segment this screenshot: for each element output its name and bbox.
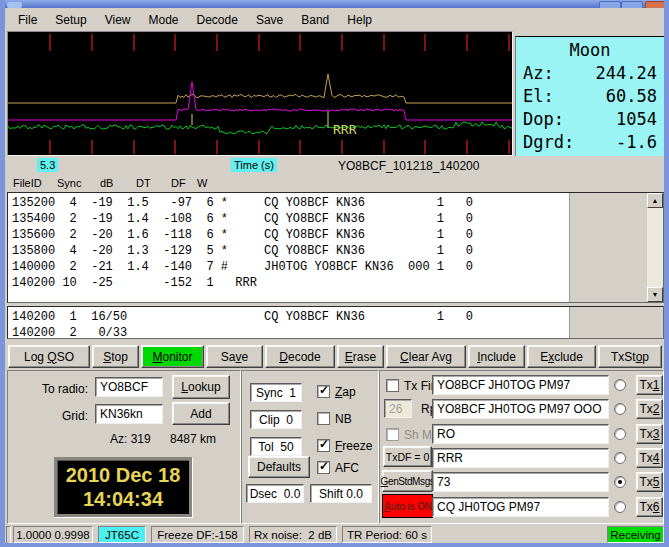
- txstop-button[interactable]: TxStop: [598, 345, 662, 368]
- avg-line: 140200 2 0/33: [12, 325, 569, 338]
- tx6-message-input[interactable]: CQ JH0TOG PM97: [432, 497, 609, 517]
- tx3-message-input[interactable]: RO: [432, 424, 609, 444]
- tx1-message-input[interactable]: YO8BCF JH0TOG PM97: [432, 375, 609, 395]
- zap-label[interactable]: Zap: [335, 385, 356, 399]
- col-db: dB: [100, 177, 113, 189]
- moon-az-value: 244.24: [596, 62, 657, 85]
- tx5-button[interactable]: Tx5: [636, 472, 663, 492]
- menu-decode[interactable]: Decode: [188, 10, 247, 30]
- window-border-right: [664, 0, 669, 547]
- col-w: W: [197, 177, 207, 189]
- mode-status[interactable]: JT65C: [98, 526, 146, 543]
- sh-msg-checkbox: [386, 428, 399, 441]
- menu-view[interactable]: View: [96, 10, 140, 30]
- avg-filler: [570, 307, 663, 338]
- status-bar: 1.0000 0.9998 JT65C Freeze DF:-158 Rx no…: [5, 524, 664, 543]
- moon-dop-value: 1054: [616, 108, 657, 131]
- moon-panel: Moon Az:244.24 El:60.58 Dop:1054 Dgrd:-1…: [515, 36, 664, 156]
- decode-scrollbar[interactable]: ▲ ▼: [647, 193, 663, 302]
- scroll-up-icon[interactable]: ▲: [647, 193, 663, 208]
- clear-avg-button[interactable]: Clear Avg: [386, 345, 466, 368]
- spectrum-svg: RRR: [8, 32, 512, 155]
- afc-label[interactable]: AFC: [335, 461, 359, 475]
- tx3-radio[interactable]: [614, 428, 626, 440]
- freeze-df-status: Freeze DF:-158: [151, 526, 244, 543]
- txdf-button[interactable]: TxDF = 0: [383, 446, 432, 467]
- utc-clock: 2010 Dec 18 14:04:34: [54, 457, 192, 517]
- stop-button[interactable]: Stop: [92, 345, 139, 368]
- log-qso-button[interactable]: Log QSO: [8, 345, 90, 368]
- grid-label: Grid:: [30, 409, 88, 423]
- avg-text: 140200 1 16/50 CQ YO8BCF KN36 1 0 140200…: [8, 307, 570, 338]
- decode-button[interactable]: Decode: [265, 345, 335, 368]
- tx5-radio[interactable]: [614, 476, 626, 488]
- moon-dgrd-label: Dgrd:: [523, 131, 574, 154]
- freeze-label[interactable]: Freeze: [335, 439, 372, 453]
- tol-field[interactable]: Tol 50: [250, 437, 302, 456]
- title-bar[interactable]: [0, 0, 669, 8]
- add-button[interactable]: Add: [172, 402, 230, 425]
- menu-setup[interactable]: Setup: [46, 10, 95, 30]
- clock-time: 14:04:34: [83, 487, 163, 511]
- avg-line: 140200 1 16/50 CQ YO8BCF KN36 1 0: [12, 309, 569, 325]
- decode-line: 140200 10 -25 -152 1 RRR: [12, 275, 569, 291]
- moon-el-label: El:: [523, 85, 554, 108]
- tx2-button[interactable]: Tx2: [636, 399, 663, 419]
- tx1-radio[interactable]: [614, 379, 626, 391]
- tx6-radio[interactable]: [614, 501, 626, 513]
- rpt-field: 26: [384, 399, 412, 418]
- menu-save[interactable]: Save: [247, 10, 292, 30]
- sync-field[interactable]: Sync 1: [250, 383, 302, 402]
- tx2-message-input[interactable]: YO8BCF JH0TOG PM97 OOO: [432, 399, 609, 419]
- statusbar-grip: [6, 526, 11, 544]
- rx-noise-status: Rx noise: 2 dB: [249, 526, 337, 543]
- time-axis-label: Time (s): [231, 158, 277, 172]
- scroll-down-icon[interactable]: ▼: [647, 287, 663, 302]
- gen-std-msgs-button[interactable]: GenStdMsgs: [382, 470, 433, 492]
- auto-button[interactable]: Auto is ON: [382, 494, 433, 518]
- clip-field[interactable]: Clip 0: [250, 410, 302, 429]
- tx1-button[interactable]: Tx1: [636, 375, 663, 395]
- to-radio-input[interactable]: YO8BCF: [95, 377, 163, 397]
- spectrum-plot[interactable]: RRR: [7, 31, 513, 156]
- tx4-radio[interactable]: [614, 452, 626, 464]
- col-df: DF: [171, 177, 186, 189]
- freeze-checkbox[interactable]: [317, 439, 330, 452]
- tx4-button[interactable]: Tx4: [636, 448, 663, 468]
- shift-field[interactable]: Shift 0.0: [310, 484, 372, 503]
- tx-first-checkbox[interactable]: [386, 379, 399, 392]
- clock-date: 2010 Dec 18: [66, 463, 181, 487]
- nb-checkbox[interactable]: [317, 412, 330, 425]
- tx5-message-input[interactable]: 73: [432, 472, 609, 492]
- col-fileid: FileID: [13, 177, 42, 189]
- decode-line: 135600 2 -20 1.6 -118 6 * CQ YO8BCF KN36…: [12, 227, 569, 243]
- exclude-button[interactable]: Exclude: [527, 345, 596, 368]
- decode-text-area: 135200 4 -19 1.5 -97 6 * CQ YO8BCF KN36 …: [7, 192, 664, 303]
- menu-file[interactable]: File: [9, 10, 46, 30]
- erase-button[interactable]: Erase: [337, 345, 384, 368]
- menu-help[interactable]: Help: [338, 10, 381, 30]
- wav-file-label: YO8BCF_101218_140200: [338, 159, 479, 173]
- grid-input[interactable]: KN36kn: [95, 404, 163, 424]
- afc-checkbox[interactable]: [317, 461, 330, 474]
- menu-mode[interactable]: Mode: [140, 10, 188, 30]
- zap-checkbox[interactable]: [317, 385, 330, 398]
- tx4-message-input[interactable]: RRR: [432, 448, 609, 468]
- decode-line: 135800 4 -20 1.3 -129 5 * CQ YO8BCF KN36…: [12, 243, 569, 259]
- tx3-button[interactable]: Tx3: [636, 424, 663, 444]
- svg-text:RRR: RRR: [333, 122, 357, 137]
- nb-label[interactable]: NB: [335, 412, 352, 426]
- monitor-button[interactable]: Monitor: [141, 345, 204, 368]
- lookup-button[interactable]: Lookup: [172, 375, 230, 399]
- scroll-track[interactable]: [647, 208, 663, 287]
- tx6-button[interactable]: Tx6: [636, 497, 663, 517]
- tx2-radio[interactable]: [614, 403, 626, 415]
- include-button[interactable]: Include: [468, 345, 525, 368]
- defaults-button[interactable]: Defaults: [248, 456, 310, 478]
- decode-filler: [570, 193, 647, 302]
- save-button[interactable]: Save: [206, 345, 263, 368]
- menu-band[interactable]: Band: [292, 10, 338, 30]
- moon-dgrd-value: -1.6: [616, 131, 657, 154]
- dsec-field[interactable]: Dsec 0.0: [246, 484, 304, 503]
- col-dt: DT: [136, 177, 151, 189]
